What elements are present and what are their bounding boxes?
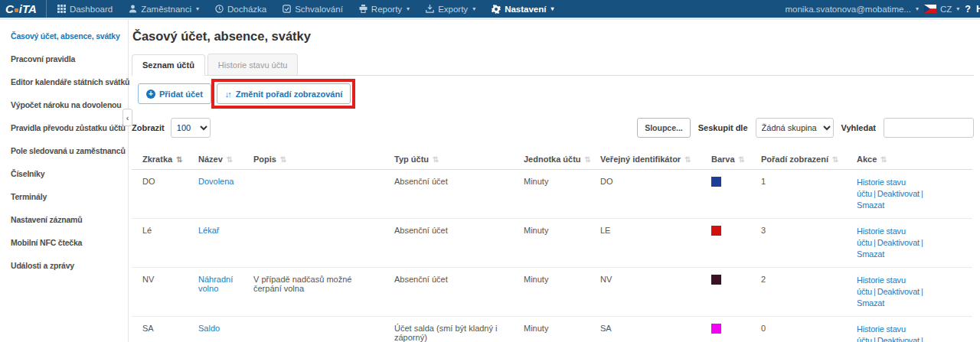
deactivate-link[interactable]: Deaktivovat bbox=[877, 336, 920, 342]
cell-popis bbox=[243, 317, 384, 342]
delete-link[interactable]: Smazat bbox=[857, 298, 884, 308]
sidebar-item-pracovni-pravidla[interactable]: Pracovní pravidla bbox=[0, 47, 128, 70]
person-icon bbox=[129, 5, 137, 13]
sidebar-item-mobilni-nfc[interactable]: Mobilní NFC čtečka bbox=[0, 231, 128, 254]
help-button[interactable]: ? bbox=[965, 4, 971, 15]
cell-poradi: 1 bbox=[750, 170, 846, 219]
sidebar-item-casovy-ucet[interactable]: Časový účet, absence, svátky bbox=[0, 24, 128, 47]
sort-icon: ⇅ bbox=[684, 155, 690, 164]
table-row: NV Náhradní volno V případě nadčasů možn… bbox=[132, 268, 972, 317]
page-title: Časový účet, absence, svátky bbox=[132, 29, 974, 44]
sidebar-item-nastaveni-zaznamu[interactable]: Nastavení záznamů bbox=[0, 208, 128, 231]
cell-zkratka: NV bbox=[132, 268, 188, 317]
column-header-zkratka[interactable]: Zkratka⇅ bbox=[132, 149, 188, 170]
plus-circle-icon: + bbox=[146, 90, 155, 99]
nav-item-nastaveni[interactable]: Nastavení ▾ bbox=[492, 5, 554, 14]
cell-popis: V případě nadčasů možné čerpání volna bbox=[243, 268, 384, 317]
nav-item-exporty[interactable]: Exporty ▾ bbox=[426, 5, 475, 14]
cell-typ-uctu: Absenční účet bbox=[384, 268, 513, 317]
nav-item-reporty[interactable]: Reporty ▾ bbox=[359, 5, 410, 14]
tab-historie-stavu-uctu[interactable]: Historie stavu účtu bbox=[207, 54, 298, 75]
column-header-barva[interactable]: Barva⇅ bbox=[701, 149, 750, 170]
table-row: SA Saldo Účet salda (smí být kladný i zá… bbox=[132, 317, 972, 342]
show-count-select[interactable]: 100 bbox=[171, 118, 211, 138]
account-name-link[interactable]: Saldo bbox=[198, 324, 220, 333]
deactivate-link[interactable]: Deaktivovat bbox=[877, 189, 920, 198]
table-row: Lé Lékař Absenční účet Minuty LE 3 Histo… bbox=[132, 219, 972, 268]
add-account-button[interactable]: + Přidat účet bbox=[138, 83, 211, 104]
delete-link[interactable]: Smazat bbox=[857, 249, 884, 259]
delete-link[interactable]: Smazat bbox=[857, 200, 884, 210]
columns-button[interactable]: Sloupce... bbox=[637, 118, 691, 138]
toolbar: + Přidat účet ↓↑ Změnit pořadí zobrazová… bbox=[132, 83, 974, 104]
user-menu[interactable]: monika.svatonova@mobatime... ▾ bbox=[786, 5, 919, 14]
search-input[interactable] bbox=[884, 118, 974, 138]
chevron-down-icon: ▾ bbox=[550, 5, 554, 12]
help-label-clipped[interactable]: H bbox=[976, 4, 980, 15]
printer-icon bbox=[359, 5, 368, 13]
change-display-order-button[interactable]: ↓↑ Změnit pořadí zobrazování bbox=[217, 83, 351, 104]
cell-poradi: 2 bbox=[750, 268, 846, 317]
sort-arrows-icon: ↓↑ bbox=[225, 90, 230, 99]
app-logo[interactable]: CiTA bbox=[0, 2, 46, 15]
cell-popis bbox=[243, 170, 384, 219]
column-header-popis[interactable]: Popis⇅ bbox=[243, 149, 384, 170]
sidebar-item-pravidla-prevodu[interactable]: Pravidla převodu zůstatku účtů bbox=[0, 116, 128, 139]
sidebar-item-editor-kalendare[interactable]: Editor kalendáře státních svátků bbox=[0, 70, 128, 93]
nav-item-zamestnanci[interactable]: Zaměstnanci ▾ bbox=[129, 5, 199, 14]
nav-item-label: Reporty bbox=[371, 5, 402, 14]
column-header-typ-uctu[interactable]: Typ účtu⇅ bbox=[384, 149, 513, 170]
column-header-poradi-zobrazeni[interactable]: Pořadí zobrazení⇅ bbox=[750, 149, 846, 170]
tab-seznam-uctu[interactable]: Seznam účtů bbox=[132, 54, 205, 76]
add-account-label: Přidat účet bbox=[159, 90, 203, 99]
sidebar-item-pole-sledovana[interactable]: Pole sledovaná u zaměstnanců bbox=[0, 139, 128, 162]
color-swatch bbox=[711, 177, 721, 187]
right-filter-group: Sloupce... Seskupit dle Žádná skupina Vy… bbox=[637, 118, 974, 138]
logo-text-rest: iTA bbox=[19, 2, 37, 15]
sidebar-item-terminaly[interactable]: Terminály bbox=[0, 185, 128, 208]
sidebar-item-vypocet-naroku[interactable]: Výpočet nároku na dovolenou bbox=[0, 93, 128, 116]
deactivate-link[interactable]: Deaktivovat bbox=[877, 287, 920, 296]
cell-typ-uctu: Absenční účet bbox=[384, 219, 513, 268]
nav-item-label: Exporty bbox=[438, 5, 468, 14]
nav-item-dashboard[interactable]: Dashboard bbox=[57, 5, 113, 14]
check-icon bbox=[283, 5, 291, 13]
search-label: Vyhledat bbox=[841, 123, 876, 132]
column-header-akce[interactable]: Akce⇅ bbox=[846, 149, 972, 170]
cell-identifikator: NV bbox=[590, 268, 701, 317]
column-header-nazev[interactable]: Název⇅ bbox=[188, 149, 243, 170]
group-by-label: Seskupit dle bbox=[698, 123, 748, 132]
account-name-link[interactable]: Náhradní volno bbox=[198, 275, 233, 293]
cell-typ-uctu: Účet salda (smí být kladný i záporný) bbox=[384, 317, 513, 342]
tab-bar: Seznam účtů Historie stavu účtu bbox=[132, 54, 974, 76]
user-email-label: monika.svatonova@mobatime... bbox=[786, 5, 911, 14]
language-label: CZ bbox=[940, 5, 952, 14]
color-swatch bbox=[711, 226, 721, 236]
sidebar-item-ciselniky[interactable]: Číselníky bbox=[0, 162, 128, 185]
group-by-select[interactable]: Žádná skupina bbox=[756, 118, 834, 138]
nav-item-label: Dashboard bbox=[70, 5, 113, 14]
sidebar-collapse-handle[interactable]: ‹ bbox=[122, 109, 132, 126]
show-count-label: Zobrazit bbox=[132, 123, 165, 132]
change-display-order-label: Změnit pořadí zobrazování bbox=[236, 90, 342, 99]
deactivate-link[interactable]: Deaktivovat bbox=[877, 238, 920, 247]
column-header-verejny-identifikator[interactable]: Veřejný identifikátor⇅ bbox=[590, 149, 701, 170]
gear-icon bbox=[492, 5, 501, 14]
grid-icon bbox=[57, 5, 66, 13]
nav-item-schvalovani[interactable]: Schvalování bbox=[283, 5, 343, 14]
column-header-jednotka-uctu[interactable]: Jednotka účtu⇅ bbox=[513, 149, 590, 170]
sidebar-item-udalosti-zpravy[interactable]: Události a zprávy bbox=[0, 254, 128, 277]
table-controls: Zobrazit 100 Sloupce... Seskupit dle Žád… bbox=[132, 117, 974, 138]
sort-icon: ⇅ bbox=[739, 155, 744, 164]
navbar-divider bbox=[46, 0, 47, 18]
logo-orange-dot-icon bbox=[15, 8, 18, 12]
nav-item-dochazka[interactable]: Docházka bbox=[215, 5, 266, 14]
color-swatch bbox=[711, 324, 721, 334]
cell-zkratka: DO bbox=[132, 170, 188, 219]
cell-poradi: 3 bbox=[750, 219, 846, 268]
language-menu[interactable]: CZ ▾ bbox=[924, 5, 959, 14]
cell-jednotka: Minuty bbox=[513, 170, 590, 219]
account-name-link[interactable]: Lékař bbox=[198, 226, 220, 235]
account-name-link[interactable]: Dovolena bbox=[198, 177, 234, 186]
sort-active-icon: ⇅ bbox=[176, 155, 181, 164]
